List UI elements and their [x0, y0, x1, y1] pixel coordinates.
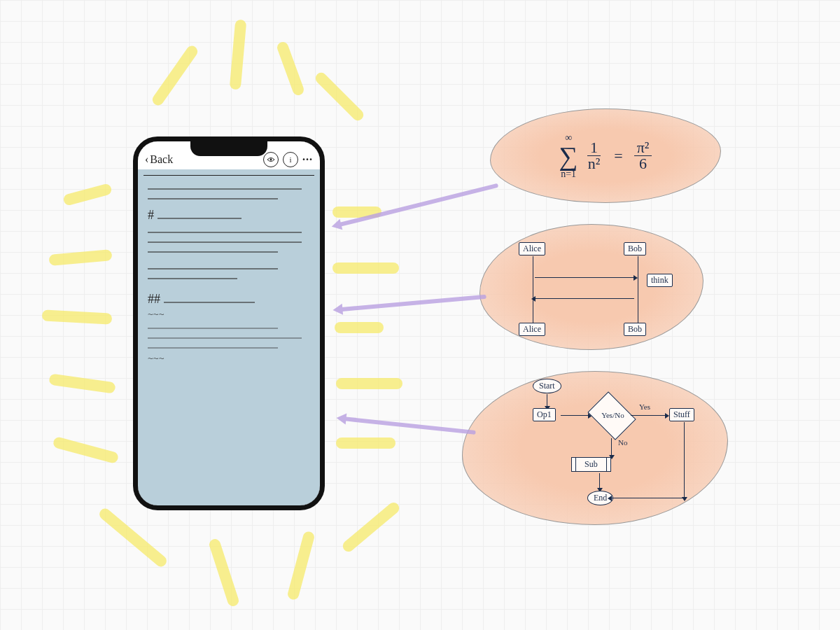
flowchart: Start Op1 Yes/No Yes Stuff No Sub End [463, 372, 727, 524]
process-node: Stuff [669, 408, 694, 421]
yes-label: Yes [639, 402, 650, 411]
phone-notch [190, 139, 267, 156]
lifeline [533, 256, 533, 330]
code-line [148, 333, 302, 339]
subprocess-node: Sub [571, 457, 611, 472]
svg-point-0 [270, 159, 272, 161]
hash-prefix: # [148, 208, 154, 222]
back-button[interactable]: ‹ Back [145, 153, 173, 166]
heading-text [158, 214, 241, 219]
eye-icon[interactable] [263, 152, 279, 167]
formula-bubble: ∞ ∑ n=1 1 n² = π² 6 [490, 108, 721, 203]
participant-box: Bob [624, 242, 646, 255]
text-line [148, 237, 302, 243]
ray [52, 436, 120, 464]
ray [42, 309, 113, 324]
text-line [148, 227, 302, 233]
text-line [148, 247, 278, 253]
flow-arrow [599, 473, 600, 489]
sequence-bubble: Alice Bob think Alice Bob [479, 224, 704, 350]
ray [341, 500, 402, 554]
participant-box: Bob [624, 323, 646, 336]
ray [62, 183, 113, 206]
code-fence: ~~~ [148, 353, 310, 363]
rhs-fraction: π² 6 [634, 140, 652, 172]
heading-2: ## [148, 292, 310, 307]
connector-arrow [340, 295, 486, 312]
ray [230, 19, 247, 90]
document-content[interactable]: # ## ~~~ ~~~ [138, 176, 320, 368]
code-fence: ~~~ [148, 309, 310, 319]
ray [336, 378, 402, 389]
flow-arrow [684, 422, 685, 498]
message-arrow [535, 277, 634, 278]
hash-prefix: ## [148, 292, 160, 306]
info-icon[interactable]: i [283, 152, 298, 167]
text-line [148, 274, 237, 279]
flow-arrow [631, 415, 666, 416]
sigma-icon: ∞ ∑ n=1 [559, 133, 578, 179]
code-line [148, 323, 278, 329]
chevron-left-icon: ‹ [145, 153, 148, 166]
ray [336, 438, 396, 449]
heading-1: # [148, 208, 310, 223]
flowchart-bubble: Start Op1 Yes/No Yes Stuff No Sub End [462, 371, 728, 525]
text-line [148, 264, 278, 270]
message-arrow [535, 298, 634, 299]
ray [48, 249, 112, 266]
sequence-diagram: Alice Bob think Alice Bob [480, 225, 703, 349]
phone-screen: ‹ Back i ··· # # [138, 141, 320, 505]
lhs-fraction: 1 n² [585, 140, 603, 172]
flow-arrow [611, 498, 684, 498]
heading-text [164, 298, 255, 303]
text-line [148, 184, 302, 190]
basel-formula: ∞ ∑ n=1 1 n² = π² 6 [491, 109, 720, 202]
more-icon[interactable]: ··· [302, 153, 313, 166]
lifeline [638, 256, 638, 330]
start-node: Start [533, 379, 561, 393]
flow-arrow [561, 415, 589, 416]
flow-arrow [547, 394, 547, 407]
participant-box: Alice [519, 242, 545, 255]
ray [286, 531, 315, 601]
ray [335, 322, 384, 333]
ray [314, 71, 366, 123]
process-node: Op1 [533, 408, 556, 421]
decision-node: Yes/No [587, 391, 636, 440]
connector-arrow [343, 416, 476, 435]
code-line [148, 343, 278, 349]
connector-arrow [338, 183, 498, 227]
note-box: think [647, 274, 673, 287]
no-label: No [618, 438, 627, 447]
text-line [148, 194, 278, 200]
flow-arrow [611, 438, 612, 456]
ray [332, 262, 399, 274]
phone-frame: ‹ Back i ··· # # [133, 136, 325, 510]
ray [150, 43, 200, 107]
participant-box: Alice [519, 323, 545, 336]
back-label: Back [150, 153, 173, 166]
ray [48, 373, 115, 393]
equals-sign: = [610, 147, 626, 165]
ray [276, 41, 305, 97]
ray [97, 506, 169, 568]
ray [208, 538, 240, 608]
